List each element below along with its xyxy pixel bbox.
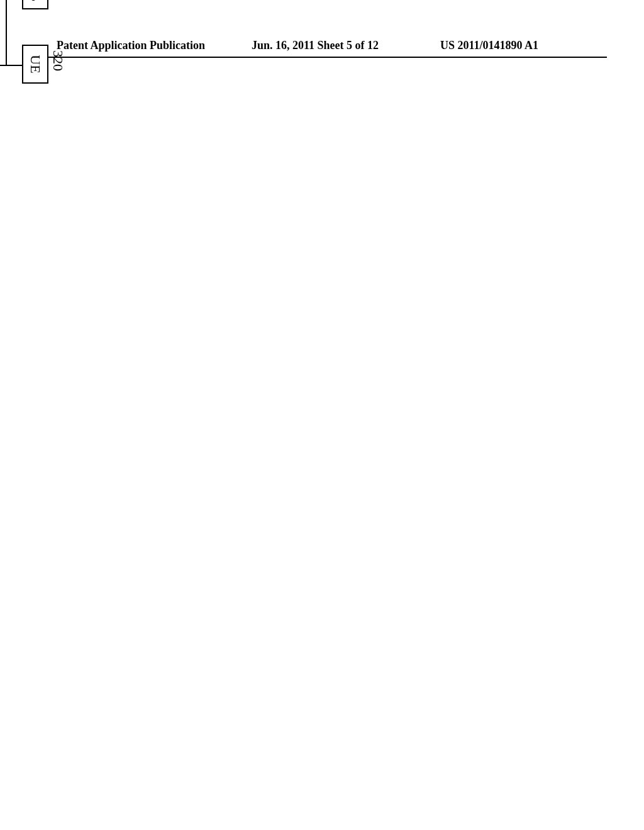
actor-enb: eNB [22, 0, 48, 9]
header-right: US 2011/0141890 A1 [440, 39, 538, 52]
header-left: Patent Application Publication [57, 39, 205, 52]
msg-502 [6, 0, 7, 65]
page-header: Patent Application Publication Jun. 16, … [0, 39, 644, 58]
header-center: Jun. 16, 2011 Sheet 5 of 12 [252, 39, 379, 52]
actor-num-ue: 320 [50, 50, 66, 71]
ref-502: 502 [0, 64, 2, 85]
lifeline-ue [0, 65, 23, 66]
actor-ue: UE [22, 45, 48, 84]
sequence-diagram: 320 UE 310 eNB 332 MME 334 SGW/PGW 336 P… [0, 0, 60, 97]
